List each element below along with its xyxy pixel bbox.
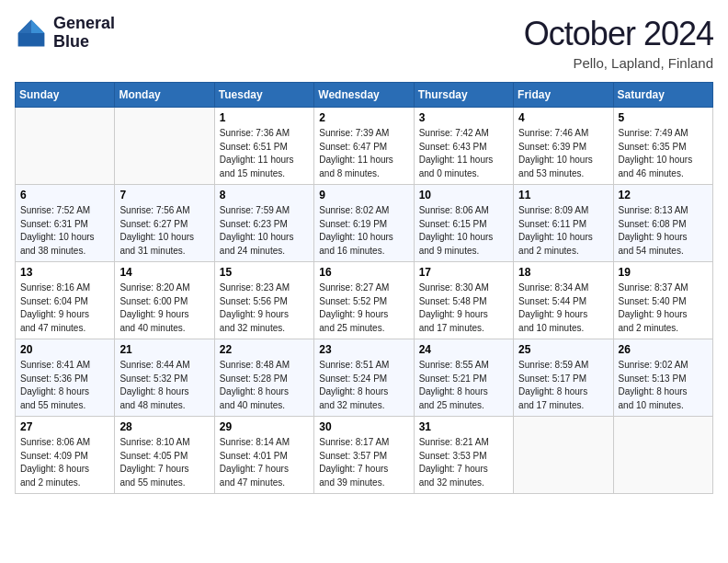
- calendar-cell: 7Sunrise: 7:56 AM Sunset: 6:27 PM Daylig…: [115, 185, 214, 262]
- day-info: Sunrise: 8:16 AM Sunset: 6:04 PM Dayligh…: [20, 282, 109, 335]
- day-info: Sunrise: 8:06 AM Sunset: 6:15 PM Dayligh…: [419, 204, 508, 258]
- calendar-cell: 9Sunrise: 8:02 AM Sunset: 6:19 PM Daylig…: [314, 185, 414, 262]
- day-info: Sunrise: 8:10 AM Sunset: 4:05 PM Dayligh…: [119, 436, 209, 489]
- day-info: Sunrise: 7:36 AM Sunset: 6:51 PM Dayligh…: [220, 127, 309, 180]
- calendar-cell: 19Sunrise: 8:37 AM Sunset: 5:40 PM Dayli…: [613, 262, 712, 339]
- calendar-cell: [16, 108, 115, 185]
- calendar-cell: 20Sunrise: 8:41 AM Sunset: 5:36 PM Dayli…: [16, 339, 115, 417]
- day-number: 11: [518, 189, 608, 201]
- day-number: 25: [518, 343, 608, 356]
- day-number: 29: [220, 420, 309, 433]
- calendar-cell: [115, 108, 214, 185]
- calendar-cell: 28Sunrise: 8:10 AM Sunset: 4:05 PM Dayli…: [115, 417, 214, 494]
- day-info: Sunrise: 8:44 AM Sunset: 5:32 PM Dayligh…: [119, 359, 209, 412]
- day-info: Sunrise: 7:52 AM Sunset: 6:31 PM Dayligh…: [20, 204, 109, 258]
- week-row-1: 1Sunrise: 7:36 AM Sunset: 6:51 PM Daylig…: [16, 108, 713, 185]
- weekday-header-tuesday: Tuesday: [214, 83, 313, 108]
- day-number: 26: [619, 343, 708, 356]
- day-info: Sunrise: 8:02 AM Sunset: 6:19 PM Dayligh…: [319, 204, 408, 258]
- calendar-cell: 8Sunrise: 7:59 AM Sunset: 6:23 PM Daylig…: [214, 185, 313, 262]
- week-row-5: 27Sunrise: 8:06 AM Sunset: 4:09 PM Dayli…: [16, 417, 713, 494]
- day-info: Sunrise: 8:20 AM Sunset: 6:00 PM Dayligh…: [119, 282, 209, 335]
- weekday-header-sunday: Sunday: [16, 83, 115, 108]
- weekday-header-monday: Monday: [115, 83, 214, 108]
- day-info: Sunrise: 8:48 AM Sunset: 5:28 PM Dayligh…: [220, 359, 309, 412]
- day-number: 3: [419, 111, 508, 124]
- day-number: 9: [319, 189, 408, 201]
- day-number: 7: [119, 189, 209, 201]
- day-number: 23: [319, 343, 408, 356]
- month-title: October 2024: [524, 15, 713, 53]
- calendar-cell: 18Sunrise: 8:34 AM Sunset: 5:44 PM Dayli…: [514, 262, 613, 339]
- weekday-header-thursday: Thursday: [414, 83, 513, 108]
- calendar-cell: 21Sunrise: 8:44 AM Sunset: 5:32 PM Dayli…: [115, 339, 214, 417]
- day-info: Sunrise: 8:30 AM Sunset: 5:48 PM Dayligh…: [419, 282, 508, 335]
- calendar-cell: 22Sunrise: 8:48 AM Sunset: 5:28 PM Dayli…: [214, 339, 313, 417]
- day-number: 21: [119, 343, 209, 356]
- day-info: Sunrise: 8:37 AM Sunset: 5:40 PM Dayligh…: [619, 282, 708, 335]
- logo: General Blue: [15, 15, 115, 52]
- day-info: Sunrise: 7:46 AM Sunset: 6:39 PM Dayligh…: [518, 127, 608, 180]
- day-info: Sunrise: 8:13 AM Sunset: 6:08 PM Dayligh…: [619, 204, 708, 258]
- calendar-cell: 6Sunrise: 7:52 AM Sunset: 6:31 PM Daylig…: [16, 185, 115, 262]
- day-number: 12: [619, 189, 708, 201]
- day-info: Sunrise: 7:42 AM Sunset: 6:43 PM Dayligh…: [419, 127, 508, 180]
- day-info: Sunrise: 8:59 AM Sunset: 5:17 PM Dayligh…: [518, 359, 608, 412]
- day-info: Sunrise: 8:27 AM Sunset: 5:52 PM Dayligh…: [319, 282, 408, 335]
- calendar-cell: 26Sunrise: 9:02 AM Sunset: 5:13 PM Dayli…: [613, 339, 712, 417]
- calendar-cell: 30Sunrise: 8:17 AM Sunset: 3:57 PM Dayli…: [314, 417, 414, 494]
- weekday-header-wednesday: Wednesday: [314, 83, 414, 108]
- day-info: Sunrise: 7:39 AM Sunset: 6:47 PM Dayligh…: [319, 127, 408, 180]
- day-info: Sunrise: 8:14 AM Sunset: 4:01 PM Dayligh…: [220, 436, 309, 489]
- day-number: 1: [220, 111, 309, 124]
- day-number: 31: [419, 420, 508, 433]
- day-info: Sunrise: 8:34 AM Sunset: 5:44 PM Dayligh…: [518, 282, 608, 335]
- calendar-cell: 27Sunrise: 8:06 AM Sunset: 4:09 PM Dayli…: [16, 417, 115, 494]
- calendar-cell: [514, 417, 613, 494]
- calendar-cell: 1Sunrise: 7:36 AM Sunset: 6:51 PM Daylig…: [214, 108, 313, 185]
- day-info: Sunrise: 7:56 AM Sunset: 6:27 PM Dayligh…: [119, 204, 209, 258]
- day-info: Sunrise: 8:06 AM Sunset: 4:09 PM Dayligh…: [20, 436, 109, 489]
- day-number: 5: [619, 111, 708, 124]
- day-number: 8: [220, 189, 309, 201]
- day-number: 22: [220, 343, 309, 356]
- day-info: Sunrise: 8:51 AM Sunset: 5:24 PM Dayligh…: [319, 359, 408, 412]
- day-number: 10: [419, 189, 508, 201]
- day-number: 6: [20, 189, 109, 201]
- calendar-cell: 10Sunrise: 8:06 AM Sunset: 6:15 PM Dayli…: [414, 185, 513, 262]
- week-row-3: 13Sunrise: 8:16 AM Sunset: 6:04 PM Dayli…: [16, 262, 713, 339]
- logo-icon: [15, 17, 48, 50]
- day-number: 28: [119, 420, 209, 433]
- day-number: 4: [518, 111, 608, 124]
- day-number: 19: [619, 266, 708, 279]
- calendar-cell: 11Sunrise: 8:09 AM Sunset: 6:11 PM Dayli…: [514, 185, 613, 262]
- calendar-cell: 2Sunrise: 7:39 AM Sunset: 6:47 PM Daylig…: [314, 108, 414, 185]
- week-row-4: 20Sunrise: 8:41 AM Sunset: 5:36 PM Dayli…: [16, 339, 713, 417]
- day-number: 24: [419, 343, 508, 356]
- day-number: 30: [319, 420, 408, 433]
- calendar-cell: 14Sunrise: 8:20 AM Sunset: 6:00 PM Dayli…: [115, 262, 214, 339]
- day-info: Sunrise: 7:59 AM Sunset: 6:23 PM Dayligh…: [220, 204, 309, 258]
- calendar-cell: 16Sunrise: 8:27 AM Sunset: 5:52 PM Dayli…: [314, 262, 414, 339]
- calendar-cell: 17Sunrise: 8:30 AM Sunset: 5:48 PM Dayli…: [414, 262, 513, 339]
- day-info: Sunrise: 8:55 AM Sunset: 5:21 PM Dayligh…: [419, 359, 508, 412]
- calendar-cell: 15Sunrise: 8:23 AM Sunset: 5:56 PM Dayli…: [214, 262, 313, 339]
- calendar-table: SundayMondayTuesdayWednesdayThursdayFrid…: [15, 82, 713, 494]
- calendar-cell: 25Sunrise: 8:59 AM Sunset: 5:17 PM Dayli…: [514, 339, 613, 417]
- day-number: 16: [319, 266, 408, 279]
- day-info: Sunrise: 8:41 AM Sunset: 5:36 PM Dayligh…: [20, 359, 109, 412]
- page-header: General Blue October 2024 Pello, Lapland…: [15, 15, 713, 71]
- calendar-cell: 24Sunrise: 8:55 AM Sunset: 5:21 PM Dayli…: [414, 339, 513, 417]
- day-number: 14: [119, 266, 209, 279]
- day-number: 13: [20, 266, 109, 279]
- day-number: 27: [20, 420, 109, 433]
- day-info: Sunrise: 9:02 AM Sunset: 5:13 PM Dayligh…: [619, 359, 708, 412]
- day-info: Sunrise: 8:17 AM Sunset: 3:57 PM Dayligh…: [319, 436, 408, 489]
- calendar-cell: 12Sunrise: 8:13 AM Sunset: 6:08 PM Dayli…: [613, 185, 712, 262]
- day-number: 15: [220, 266, 309, 279]
- day-number: 20: [20, 343, 109, 356]
- week-row-2: 6Sunrise: 7:52 AM Sunset: 6:31 PM Daylig…: [16, 185, 713, 262]
- calendar-cell: 4Sunrise: 7:46 AM Sunset: 6:39 PM Daylig…: [514, 108, 613, 185]
- calendar-cell: 31Sunrise: 8:21 AM Sunset: 3:53 PM Dayli…: [414, 417, 513, 494]
- calendar-cell: 5Sunrise: 7:49 AM Sunset: 6:35 PM Daylig…: [613, 108, 712, 185]
